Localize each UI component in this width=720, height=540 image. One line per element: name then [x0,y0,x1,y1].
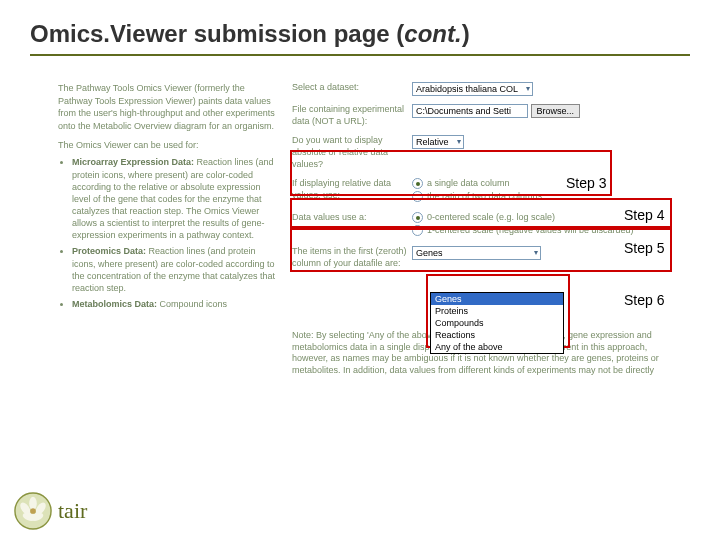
step6-label: Step 6 [622,292,666,308]
dataset-select[interactable]: Arabidopsis thaliana COL [412,82,533,96]
right-column: Select a dataset: Arabidopsis thaliana C… [292,82,672,377]
dd-opt-proteins[interactable]: Proteins [431,305,563,317]
bullet-metabolomics: Metabolomics Data: Compound icons [72,298,278,310]
scale-label: Data values use a: [292,212,412,224]
rel-opt1-label: a single data column [427,178,510,188]
step3-label: Step 3 [564,175,608,191]
reluse-label: If displaying relative data values, use: [292,178,412,201]
dataset-label: Select a dataset: [292,82,412,94]
bullet-proteomics: Proteomics Data: Reaction lines (and pro… [72,245,278,294]
scale-opt1-label: 0-centered scale (e.g. log scale) [427,212,555,222]
svg-point-1 [29,497,37,510]
dd-opt-reactions[interactable]: Reactions [431,329,563,341]
title-close: ) [462,20,470,47]
absrel-label: Do you want to display absolute or relat… [292,135,412,170]
bullet3-bold: Metabolomics Data: [72,299,157,309]
svg-point-6 [30,508,36,514]
dd-opt-compounds[interactable]: Compounds [431,317,563,329]
subhead: The Omics Viewer can be used for: [58,140,278,150]
items-label: The items in the first (zeroth) column o… [292,246,412,269]
bullet3-text: Compound icons [157,299,227,309]
scale-opt2-label: 1-centered scale (negative values will b… [427,225,634,235]
radio-icon [412,191,423,202]
logo-text: tair [58,498,87,524]
intro-text: The Pathway Tools Omics Viewer (formerly… [58,82,278,132]
row-file: File containing experimental data (NOT a… [292,104,672,127]
dd-opt-genes[interactable]: Genes [431,293,563,305]
bullet1-bold: Microarray Expression Data: [72,157,194,167]
rel-opt-ratio[interactable]: the ratio of two data columns [412,191,672,202]
items-select[interactable]: Genes [412,246,541,260]
bullet-microarray: Microarray Expression Data: Reaction lin… [72,156,278,241]
radio-icon [412,225,423,236]
items-dropdown-open[interactable]: Genes Proteins Compounds Reactions Any o… [430,292,564,354]
title-cont: cont. [404,20,461,47]
file-label: File containing experimental data (NOT a… [292,104,412,127]
step4-label: Step 4 [622,207,666,223]
rel-opt-single[interactable]: a single data column [412,178,672,189]
dd-opt-any[interactable]: Any of the above [431,341,563,353]
scale-opt-1[interactable]: 1-centered scale (negative values will b… [412,225,672,236]
divider [30,54,690,56]
radio-icon [412,178,423,189]
left-column: The Pathway Tools Omics Viewer (formerly… [58,82,278,377]
flower-icon [14,492,52,530]
title-main: Omics.Viewer submission page ( [30,20,404,47]
absrel-select[interactable]: Relative [412,135,464,149]
bullet2-bold: Proteomics Data: [72,246,146,256]
row-items: The items in the first (zeroth) column o… [292,246,672,269]
browse-button[interactable]: Browse... [531,104,581,118]
step5-label: Step 5 [622,240,666,256]
rel-opt2-label: the ratio of two data columns [427,191,542,201]
bullet1-text: Reaction lines (and protein icons, where… [72,157,274,240]
radio-icon [412,212,423,223]
row-scale: Data values use a: 0-centered scale (e.g… [292,212,672,238]
row-dataset: Select a dataset: Arabidopsis thaliana C… [292,82,672,96]
logo: tair [14,492,87,530]
page-title: Omics.Viewer submission page (cont.) [30,20,690,48]
row-absrel: Do you want to display absolute or relat… [292,135,672,170]
row-reluse: If displaying relative data values, use:… [292,178,672,204]
file-input[interactable]: C:\Documents and Setti [412,104,528,118]
